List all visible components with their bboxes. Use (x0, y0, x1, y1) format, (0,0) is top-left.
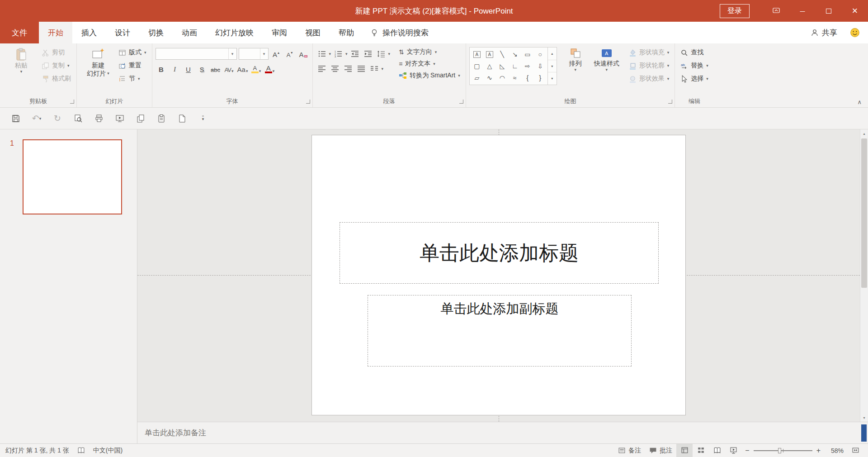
format-painter-button[interactable]: 格式刷 (39, 72, 73, 85)
shape-triangle[interactable]: △ (483, 60, 496, 72)
shape-right-brace[interactable]: } (534, 72, 547, 84)
quick-print-button[interactable] (89, 110, 109, 127)
shape-down-arrow[interactable]: ⇩ (534, 60, 547, 72)
slide-counter[interactable]: 幻灯片 第 1 张, 共 1 张 (5, 444, 73, 457)
slide-canvas[interactable]: 单击此处添加标题 单击此处添加副标题 (311, 135, 686, 415)
normal-view-button[interactable] (676, 444, 693, 457)
clipboard-dialog-launcher[interactable] (70, 100, 74, 104)
shape-curve[interactable]: ∿ (483, 72, 496, 84)
section-button[interactable]: 节 ▾ (116, 72, 149, 85)
tab-insert[interactable]: 插入 (72, 22, 106, 43)
increase-indent-button[interactable] (362, 48, 374, 59)
shape-left-brace[interactable]: { (521, 72, 534, 84)
shape-rectangle[interactable]: ▭ (521, 48, 534, 60)
save-button[interactable] (5, 110, 26, 127)
scroll-down-arrow[interactable]: ▾ (860, 414, 868, 422)
shrink-font-button[interactable]: A▾ (284, 48, 296, 60)
arrange-button[interactable]: 排列 ▾ (561, 46, 590, 72)
convert-to-smartart-button[interactable]: 转换为 SmartArt ▾ (396, 70, 462, 81)
new-document-button[interactable] (172, 110, 193, 127)
cut-button[interactable]: 剪切 (39, 46, 73, 59)
align-left-button[interactable] (316, 63, 328, 74)
paragraph-dialog-launcher[interactable] (459, 100, 463, 104)
shape-arrow[interactable]: ↘ (509, 48, 521, 60)
tab-transitions[interactable]: 切换 (139, 22, 173, 43)
copy-qat-button[interactable] (130, 110, 151, 127)
share-button[interactable]: 共享 (811, 28, 837, 38)
shape-rounded-rectangle[interactable]: ▢ (471, 60, 483, 72)
shape-text-box[interactable]: A (473, 51, 481, 58)
language-indicator[interactable]: 中文(中国) (89, 444, 127, 457)
font-name-combo[interactable]: ▾ (156, 48, 237, 60)
shape-outline-button[interactable]: 形状轮廓 ▾ (627, 59, 672, 72)
collapse-ribbon-button[interactable]: ∧ (857, 99, 862, 105)
decrease-indent-button[interactable] (349, 48, 361, 59)
new-slide-button[interactable]: 新建 幻灯片▾ (80, 46, 116, 77)
shapes-gallery-more[interactable]: ▾ (548, 72, 557, 85)
feedback-smiley-button[interactable] (850, 28, 860, 38)
tab-help[interactable]: 帮助 (330, 22, 363, 43)
align-right-button[interactable] (342, 63, 354, 74)
italic-button[interactable]: I (169, 63, 181, 75)
font-size-combo[interactable]: ▾ (239, 48, 269, 60)
scroll-up-arrow[interactable]: ▴ (860, 129, 868, 138)
shape-parallelogram[interactable]: ▱ (471, 72, 483, 84)
tell-me-search[interactable]: 操作说明搜索 (370, 22, 429, 43)
shape-right-triangle[interactable]: ◺ (496, 60, 509, 72)
zoom-out-button[interactable]: − (745, 447, 749, 455)
shape-oval[interactable]: ○ (534, 48, 547, 60)
layout-button[interactable]: 版式 ▾ (116, 46, 149, 59)
zoom-level[interactable]: 58% (825, 447, 844, 454)
shape-right-arrow[interactable]: ⇨ (521, 60, 534, 72)
customize-qat-button[interactable]: ▾ (193, 110, 213, 127)
clear-formatting-button[interactable]: A (297, 48, 309, 60)
slide-thumbnail[interactable] (23, 139, 122, 214)
title-placeholder[interactable]: 单击此处添加标题 (340, 222, 659, 284)
fit-slide-to-window-button[interactable] (847, 444, 863, 457)
numbering-button[interactable]: 123 (332, 48, 344, 59)
print-preview-button[interactable] (68, 110, 89, 127)
tab-animations[interactable]: 动画 (173, 22, 206, 43)
character-spacing-button[interactable]: AV▾ (223, 63, 235, 75)
justify-button[interactable] (355, 63, 367, 74)
slideshow-from-beginning-button[interactable] (109, 110, 130, 127)
notes-scrollbar-thumb[interactable] (861, 424, 867, 442)
text-shadow-button[interactable]: S (196, 63, 208, 75)
notes-toggle-button[interactable]: 备注 (614, 444, 645, 457)
tab-view[interactable]: 视图 (296, 22, 330, 43)
spellcheck-button[interactable] (73, 444, 89, 457)
tab-review[interactable]: 审阅 (263, 22, 296, 43)
align-center-button[interactable] (329, 63, 341, 74)
shape-effects-button[interactable]: 形状效果 ▾ (627, 72, 672, 85)
paste-qat-button[interactable] (151, 110, 172, 127)
redo-button[interactable]: ↻ (47, 110, 68, 127)
copy-button[interactable]: 复制 ▾ (39, 59, 73, 72)
align-text-button[interactable]: ≡ 对齐文本 ▾ (396, 58, 462, 70)
sign-in-button[interactable]: 登录 (720, 4, 750, 18)
bold-button[interactable]: B (156, 63, 167, 75)
font-color-button[interactable]: A▾ (264, 63, 276, 75)
strikethrough-button[interactable]: abc (210, 63, 222, 75)
shape-line[interactable]: ╲ (496, 48, 509, 60)
select-button[interactable]: 选择 ▾ (678, 72, 711, 85)
find-button[interactable]: 查找 (678, 46, 711, 59)
line-spacing-button[interactable] (375, 48, 387, 59)
subtitle-placeholder[interactable]: 单击此处添加副标题 (368, 295, 632, 367)
underline-button[interactable]: U (183, 63, 194, 75)
shape-vertical-text-box[interactable]: A (486, 51, 493, 58)
notes-pane[interactable]: 单击此处添加备注 (137, 422, 868, 443)
zoom-slider[interactable] (754, 447, 812, 454)
zoom-in-button[interactable]: + (816, 447, 821, 455)
reading-view-button[interactable] (709, 444, 725, 457)
comments-toggle-button[interactable]: 批注 (645, 444, 676, 457)
shape-elbow-connector[interactable]: ∟ (509, 60, 521, 72)
tab-slideshow[interactable]: 幻灯片放映 (206, 22, 263, 43)
tab-home[interactable]: 开始 (39, 22, 72, 43)
zoom-slider-thumb[interactable] (778, 448, 781, 453)
tab-file[interactable]: 文件 (0, 22, 39, 43)
tab-design[interactable]: 设计 (106, 22, 139, 43)
columns-button[interactable] (368, 63, 380, 74)
text-highlight-button[interactable]: A▾ (250, 63, 262, 75)
reset-button[interactable]: 重置 (116, 59, 149, 72)
undo-button[interactable]: ↶▾ (26, 110, 47, 127)
